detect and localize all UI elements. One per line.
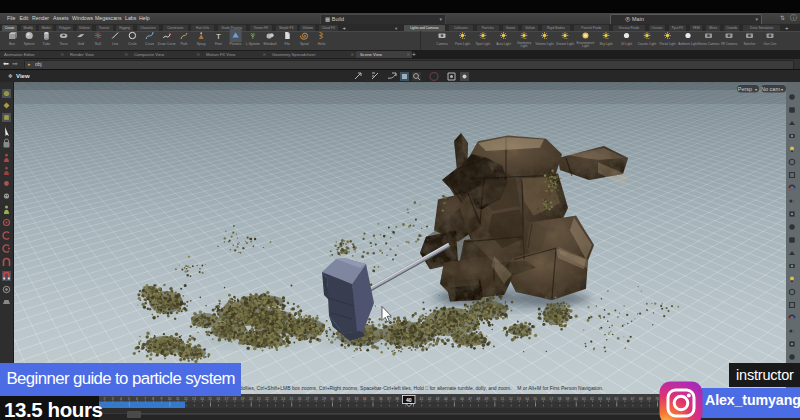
svg-text:30: 30 — [330, 397, 334, 401]
svg-text:53: 53 — [517, 397, 521, 401]
svg-text:14: 14 — [200, 397, 204, 401]
svg-text:T: T — [216, 32, 221, 41]
svg-text:13: 13 — [192, 397, 196, 401]
svg-text:60: 60 — [574, 397, 578, 401]
svg-text:File: File — [284, 42, 290, 46]
svg-text:65: 65 — [615, 397, 619, 401]
svg-text:Spot Light: Spot Light — [476, 42, 490, 46]
svg-text:L-System: L-System — [246, 42, 260, 46]
svg-text:37: 37 — [387, 397, 391, 401]
svg-text:Torus: Torus — [59, 42, 68, 46]
svg-text:23: 23 — [273, 397, 277, 401]
svg-text:Null: Null — [95, 42, 101, 46]
svg-text:Point Light: Point Light — [455, 42, 470, 46]
svg-text:Spray: Spray — [197, 42, 206, 46]
svg-text:26: 26 — [298, 397, 302, 401]
svg-text:9: 9 — [160, 397, 162, 401]
svg-text:Light: Light — [582, 44, 589, 48]
svg-text:41: 41 — [420, 397, 424, 401]
svg-text:No cam: No cam — [761, 86, 780, 92]
svg-text:49: 49 — [485, 397, 489, 401]
svg-text:36: 36 — [379, 397, 383, 401]
svg-text:Volume Light: Volume Light — [535, 42, 554, 46]
svg-text:Circle: Circle — [128, 42, 137, 46]
svg-text:57: 57 — [550, 397, 554, 401]
svg-text:61: 61 — [582, 397, 586, 401]
svg-text:Box: Box — [9, 42, 15, 46]
svg-text:Helix: Helix — [318, 42, 326, 46]
svg-text:Tube: Tube — [43, 42, 51, 46]
svg-text:Caustic Light: Caustic Light — [638, 42, 657, 46]
svg-text:Line: Line — [112, 42, 119, 46]
svg-text:56: 56 — [541, 397, 545, 401]
svg-text:▾: ▾ — [755, 87, 757, 92]
svg-text:51: 51 — [501, 397, 505, 401]
svg-text:35: 35 — [371, 397, 375, 401]
svg-text:Sphere: Sphere — [24, 42, 35, 46]
svg-text:33: 33 — [355, 397, 359, 401]
svg-text:8: 8 — [152, 397, 154, 401]
svg-text:42: 42 — [428, 397, 432, 401]
svg-text:GI Light: GI Light — [621, 42, 632, 46]
svg-text:20: 20 — [249, 397, 253, 401]
svg-text:Spiral: Spiral — [300, 42, 309, 46]
svg-text:43: 43 — [436, 397, 440, 401]
svg-text:63: 63 — [598, 397, 602, 401]
svg-text:25: 25 — [290, 397, 294, 401]
svg-text:10: 10 — [168, 397, 172, 401]
svg-text:▾: ▾ — [781, 87, 783, 92]
svg-text:18: 18 — [233, 397, 237, 401]
svg-text:59: 59 — [566, 397, 570, 401]
svg-text:Font: Font — [215, 42, 222, 46]
svg-text:28: 28 — [314, 397, 318, 401]
svg-text:48: 48 — [476, 397, 480, 401]
svg-text:Metaball: Metaball — [264, 42, 277, 46]
svg-text:11: 11 — [176, 397, 180, 401]
svg-text:32: 32 — [346, 397, 350, 401]
svg-text:Switcher: Switcher — [743, 42, 756, 46]
svg-text:Grid: Grid — [78, 42, 85, 46]
svg-text:17: 17 — [225, 397, 229, 401]
svg-text:Area Light: Area Light — [496, 42, 511, 46]
svg-text:6: 6 — [136, 397, 138, 401]
svg-text:Curve: Curve — [145, 42, 154, 46]
svg-text:5: 5 — [128, 397, 130, 401]
svg-text:67: 67 — [631, 397, 635, 401]
svg-text:52: 52 — [509, 397, 513, 401]
svg-text:Camera: Camera — [436, 42, 448, 46]
svg-text:21: 21 — [257, 397, 261, 401]
svg-text:Sky Light: Sky Light — [599, 42, 612, 46]
svg-text:VR Camera: VR Camera — [721, 42, 738, 46]
svg-text:34: 34 — [363, 397, 367, 401]
svg-text:50: 50 — [493, 397, 497, 401]
svg-text:46: 46 — [460, 397, 464, 401]
svg-text:Middle pans, Right dollies, Ct: Middle pans, Right dollies, Ctrl+Shift+L… — [197, 385, 603, 391]
svg-text:24: 24 — [281, 397, 285, 401]
svg-text:4: 4 — [120, 397, 122, 401]
svg-text:64: 64 — [606, 397, 610, 401]
svg-text:Path: Path — [181, 42, 188, 46]
svg-text:44: 44 — [444, 397, 448, 401]
svg-text:31: 31 — [338, 397, 342, 401]
svg-text:66: 66 — [623, 397, 627, 401]
svg-text:69: 69 — [647, 397, 651, 401]
svg-text:68: 68 — [639, 397, 643, 401]
svg-text:45: 45 — [452, 397, 456, 401]
svg-text:55: 55 — [533, 397, 537, 401]
svg-text:47: 47 — [468, 397, 472, 401]
svg-text:Ambient Light: Ambient Light — [678, 42, 698, 46]
svg-text:Stereo Camera: Stereo Camera — [698, 42, 720, 46]
svg-text:3: 3 — [112, 397, 114, 401]
svg-text:Persp: Persp — [738, 86, 752, 92]
svg-text:Light: Light — [521, 44, 528, 48]
svg-text:Gun Con: Gun Con — [764, 42, 777, 46]
svg-text:62: 62 — [590, 397, 594, 401]
svg-text:38: 38 — [395, 397, 399, 401]
svg-text:2: 2 — [104, 397, 106, 401]
svg-text:Distant Light: Distant Light — [556, 42, 574, 46]
svg-text:12: 12 — [184, 397, 188, 401]
svg-text:40: 40 — [406, 397, 412, 403]
svg-text:Portal Light: Portal Light — [659, 42, 675, 46]
svg-text:29: 29 — [322, 397, 326, 401]
svg-text:54: 54 — [525, 397, 529, 401]
